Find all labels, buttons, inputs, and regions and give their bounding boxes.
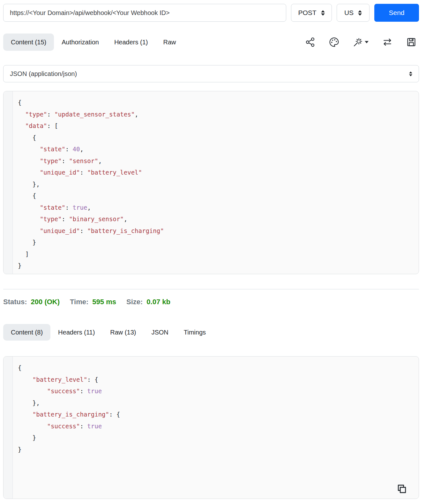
- magic-wand-icon: [353, 37, 363, 47]
- send-button[interactable]: Send: [374, 4, 419, 22]
- chevron-down-icon: [365, 41, 369, 43]
- select-updown-icon: [321, 10, 325, 16]
- tab-request-authorization[interactable]: Authorization: [54, 34, 107, 51]
- body-type-select[interactable]: JSON (application/json): [3, 65, 419, 82]
- palette-icon: [329, 37, 339, 47]
- request-toolbar: POST US Send: [3, 4, 419, 22]
- request-body-editor[interactable]: { "type": "update_sensor_states", "data"…: [3, 91, 419, 274]
- select-updown-icon: [409, 71, 412, 76]
- size-label: Size:: [126, 298, 143, 306]
- theme-palette-button[interactable]: [329, 37, 339, 47]
- request-tabs: Content (15) Authorization Headers (1) R…: [3, 34, 419, 51]
- method-select[interactable]: POST: [291, 4, 332, 22]
- viewer-gutter: [4, 357, 13, 499]
- request-body-code: { "type": "update_sensor_states", "data"…: [13, 91, 419, 274]
- response-body-viewer: { "battery_level": { "success": true }, …: [3, 356, 419, 499]
- url-input[interactable]: [3, 4, 286, 22]
- tab-request-raw[interactable]: Raw: [156, 34, 184, 51]
- editor-gutter: [4, 91, 13, 274]
- tab-response-content[interactable]: Content (8): [3, 324, 50, 341]
- section-divider: [3, 289, 419, 290]
- tab-request-content[interactable]: Content (15): [3, 34, 54, 51]
- beautify-menu-button[interactable]: [353, 37, 369, 47]
- save-icon: [406, 37, 416, 47]
- time-label: Time:: [70, 298, 88, 306]
- locale-select[interactable]: US: [337, 4, 370, 22]
- status-label: Status:: [3, 298, 27, 306]
- tab-response-raw[interactable]: Raw (13): [102, 324, 144, 341]
- api-tester-app: POST US Send Content (15) Authorization …: [0, 0, 426, 504]
- share-icon: [305, 37, 315, 47]
- time-value: 595 ms: [92, 298, 116, 306]
- share-button[interactable]: [305, 37, 315, 47]
- save-button[interactable]: [406, 37, 416, 47]
- response-body-code: { "battery_level": { "success": true }, …: [13, 357, 419, 458]
- request-icon-toolbar: [305, 37, 416, 47]
- locale-select-value: US: [344, 9, 354, 17]
- body-type-select-value: JSON (application/json): [10, 70, 77, 78]
- copy-icon: [396, 483, 407, 495]
- size-value: 0.07 kb: [146, 298, 170, 306]
- swap-button[interactable]: [382, 37, 392, 47]
- tab-response-headers[interactable]: Headers (11): [50, 324, 102, 341]
- tab-response-timings[interactable]: Timings: [176, 324, 213, 341]
- status-value: 200 (OK): [31, 298, 60, 306]
- response-tabs: Content (8) Headers (11) Raw (13) JSON T…: [3, 324, 419, 341]
- response-status-bar: Status: 200 (OK) Time: 595 ms Size: 0.07…: [3, 298, 419, 306]
- method-select-value: POST: [298, 9, 316, 17]
- copy-response-button[interactable]: [396, 483, 407, 495]
- tab-response-json[interactable]: JSON: [144, 324, 176, 341]
- tab-request-headers[interactable]: Headers (1): [107, 34, 156, 51]
- swap-arrows-icon: [382, 37, 392, 47]
- select-updown-icon: [358, 10, 362, 16]
